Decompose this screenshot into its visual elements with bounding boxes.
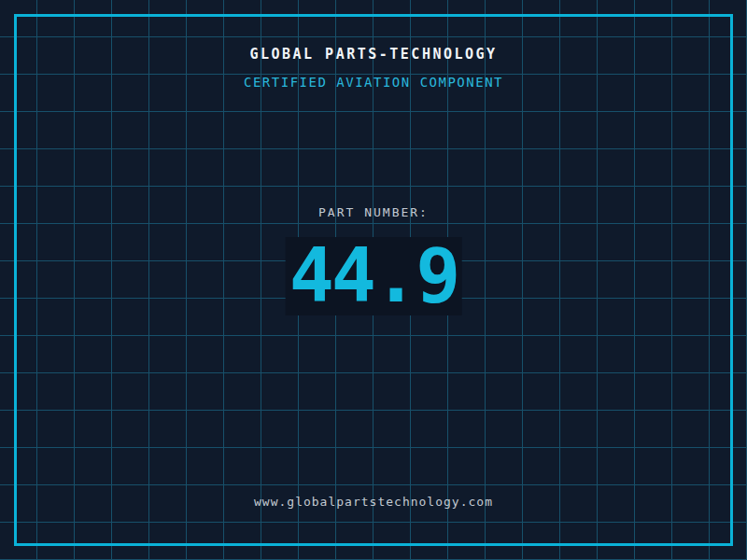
blueprint-page: { "header": { "title": "GLOBAL PARTS-TEC… [0,0,747,560]
part-number-value: 44.9 [289,237,458,315]
part-number-label: PART NUMBER: [0,205,747,219]
company-title: GLOBAL PARTS-TECHNOLOGY [0,46,747,63]
website-url: www.globalpartstechnology.com [0,495,747,509]
part-number-panel: 44.9 [286,237,462,315]
certification-subtitle: CERTIFIED AVIATION COMPONENT [0,75,747,90]
